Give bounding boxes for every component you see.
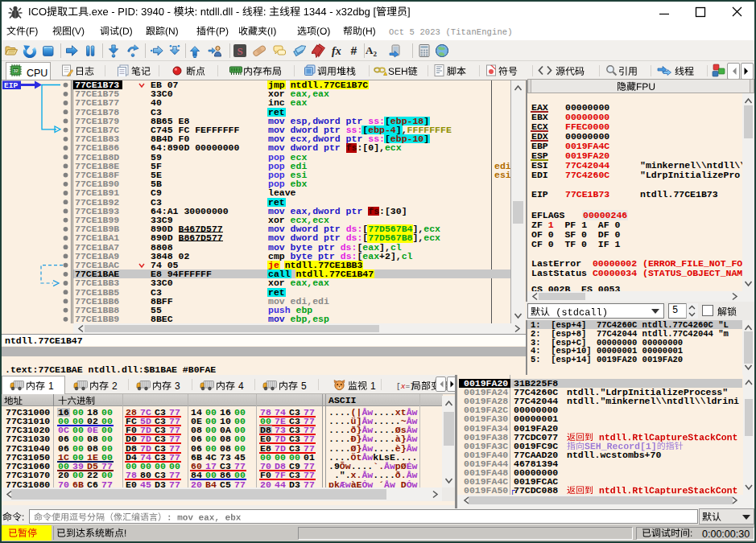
svg-text:EIP: EIP [4,81,18,90]
svg-text:#: # [351,44,357,57]
svg-text:S: S [237,45,242,57]
svg-text:A: A [366,44,374,56]
svg-text:32: 32 [13,68,18,73]
svg-text:2: 2 [374,50,378,58]
svg-text:fx: fx [332,45,341,57]
